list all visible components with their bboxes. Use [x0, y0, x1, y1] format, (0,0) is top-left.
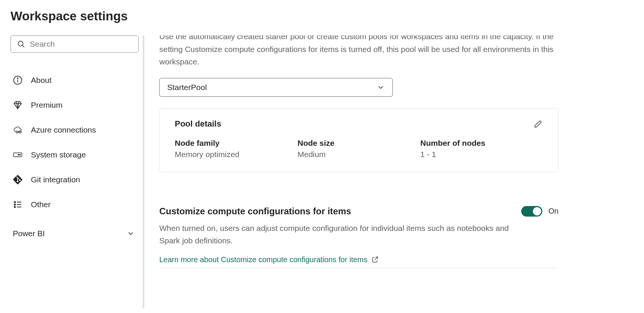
pool-description: Use the automatically created starter po…	[159, 35, 558, 68]
node-size-label: Node size	[298, 139, 420, 148]
node-size-value: Medium	[298, 150, 420, 159]
customize-toggle-label: On	[548, 207, 559, 215]
sidebar-item-label: Git integration	[31, 175, 80, 184]
search-icon	[17, 40, 25, 48]
node-family-col: Node family Memory optimized	[175, 139, 298, 159]
pool-details-title: Pool details	[175, 119, 221, 129]
svg-point-5	[16, 131, 18, 133]
customize-description: When turned on, users can adjust compute…	[159, 222, 513, 247]
toggle-knob	[533, 207, 541, 215]
node-family-label: Node family	[175, 139, 298, 148]
svg-point-0	[18, 41, 23, 46]
sidebar-item-system-storage[interactable]: System storage	[11, 142, 143, 167]
sidebar-items: About Premium	[11, 68, 143, 217]
svg-point-11	[14, 202, 15, 203]
sidebar-item-label: Premium	[31, 101, 63, 110]
diamond-icon	[13, 100, 23, 110]
svg-point-9	[20, 154, 21, 156]
node-count-value: 1 - 1	[420, 150, 543, 159]
svg-point-10	[18, 154, 19, 156]
node-count-col: Number of nodes 1 - 1	[420, 139, 543, 159]
customize-learn-more-link[interactable]: Learn more about Customize compute confi…	[159, 255, 368, 264]
pool-details-card: Pool details Node family Memory optimize…	[159, 108, 559, 172]
sidebar-item-git-integration[interactable]: Git integration	[11, 167, 143, 192]
chevron-down-icon	[377, 83, 385, 92]
main-content: Use the automatically created starter po…	[144, 35, 633, 308]
node-count-label: Number of nodes	[420, 139, 543, 148]
sidebar-section-label: Power BI	[13, 229, 45, 238]
svg-point-12	[14, 204, 15, 205]
customize-toggle[interactable]	[521, 206, 542, 217]
chevron-down-icon	[127, 229, 135, 238]
node-size-col: Node size Medium	[298, 139, 420, 159]
external-link-icon	[371, 256, 379, 263]
sidebar-item-other[interactable]: Other	[11, 192, 143, 217]
customize-setting: Customize compute configurations for ite…	[159, 206, 559, 268]
customize-title: Customize compute configurations for ite…	[159, 206, 351, 217]
node-family-value: Memory optimized	[175, 150, 298, 159]
svg-point-13	[14, 206, 15, 208]
pool-select-value: StarterPool	[167, 83, 207, 92]
sidebar-section-power-bi[interactable]: Power BI	[11, 217, 139, 242]
cloud-link-icon	[13, 125, 23, 135]
info-icon	[13, 75, 23, 85]
search-box[interactable]	[11, 35, 139, 53]
git-icon	[13, 175, 23, 185]
sidebar-item-label: Azure connections	[31, 125, 96, 134]
list-icon	[13, 200, 23, 209]
svg-point-4	[17, 78, 18, 79]
sidebar: About Premium	[11, 35, 144, 308]
sidebar-item-about[interactable]: About	[11, 68, 143, 93]
storage-icon	[13, 150, 23, 160]
pool-select[interactable]: StarterPool	[159, 78, 393, 97]
page-title: Workspace settings	[11, 9, 633, 23]
search-input[interactable]	[30, 40, 132, 49]
sidebar-item-label: Other	[31, 200, 51, 209]
svg-line-1	[23, 46, 24, 47]
sidebar-item-azure-connections[interactable]: Azure connections	[11, 118, 143, 142]
sidebar-item-label: About	[31, 76, 52, 85]
sidebar-item-premium[interactable]: Premium	[11, 93, 143, 118]
sidebar-item-label: System storage	[31, 150, 86, 159]
edit-icon[interactable]	[533, 119, 543, 129]
